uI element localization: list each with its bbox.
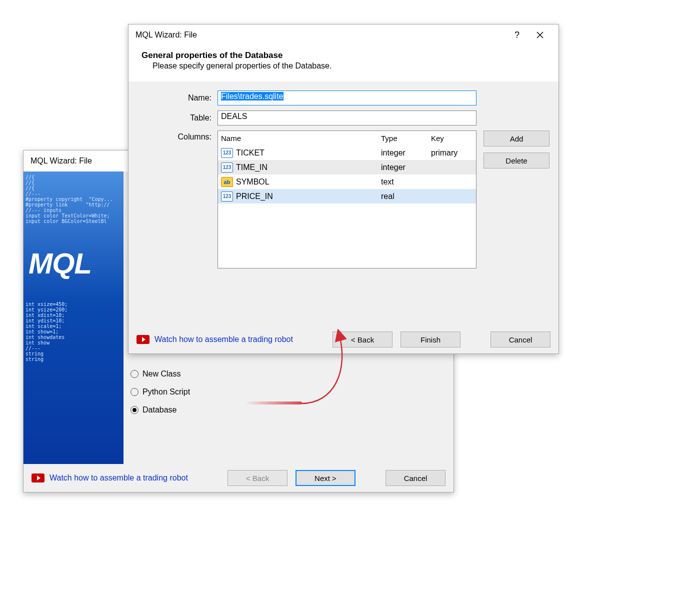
finish-button[interactable]: Finish [400,332,460,348]
radio-new-class[interactable]: New Class [130,365,446,383]
back-button[interactable]: < Back [332,332,392,348]
cell-name: TIME_IN [236,163,268,172]
close-icon [536,32,544,38]
cell-type: real [378,189,428,204]
cell-type: integer [378,146,428,160]
cell-key [428,160,476,174]
columns-grid[interactable]: Name Type Key TICKET integer primary TIM… [218,130,476,268]
name-input[interactable]: Files\trades.sqlite [218,90,476,106]
sidebar-banner: //{//{//{//---#property copyright "Copy.… [24,172,124,464]
add-column-button[interactable]: Add [484,130,550,146]
columns-label: Columns: [138,130,218,142]
table-input[interactable]: DEALS [218,110,476,126]
col-header-key: Key [428,131,476,146]
watch-video-link[interactable]: Watch how to assemble a trading robot [50,474,188,482]
name-label: Name: [138,94,218,102]
window-title: MQL Wizard: File [136,30,506,40]
form-body: Name: Files\trades.sqlite Table: DEALS C… [128,82,558,282]
table-label: Table: [138,114,218,122]
radio-icon [130,388,138,396]
radio-icon-checked [130,406,138,414]
header-title: General properties of the Database [142,50,546,60]
watch-video-link[interactable]: Watch how to assemble a trading robot [154,335,293,344]
wizard-window-db-props: MQL Wizard: File ? General properties of… [128,24,559,354]
mql-logo: MQL [28,246,92,280]
col-header-type: Type [378,131,428,146]
grid-header-row: Name Type Key [218,131,476,146]
back-button: < Back [228,470,288,486]
next-button[interactable]: Next > [296,470,356,486]
radio-database[interactable]: Database [130,401,446,419]
radio-python-script[interactable]: Python Script [130,383,446,401]
col-header-name: Name [218,131,378,146]
wizard-footer: Watch how to assemble a trading robot < … [24,464,454,492]
wizard-footer: Watch how to assemble a trading robot < … [128,326,558,354]
integer-type-icon [221,162,233,172]
cancel-button[interactable]: Cancel [386,470,446,486]
integer-type-icon [221,148,233,158]
radio-label: New Class [142,370,180,378]
cell-key [428,189,476,204]
cell-type: integer [378,160,428,174]
text-type-icon [221,177,233,187]
youtube-icon [32,474,44,482]
cell-key: primary [428,146,476,160]
grid-row[interactable]: TIME_IN integer [218,160,476,174]
radio-label: Database [142,406,177,414]
radio-label: Python Script [142,388,190,396]
integer-type-icon [221,192,233,202]
help-button[interactable]: ? [506,24,528,46]
cell-name: SYMBOL [236,178,270,186]
cell-name: TICKET [236,148,264,158]
grid-row-selected[interactable]: PRICE_IN real [218,189,476,204]
grid-row[interactable]: SYMBOL text [218,174,476,189]
cell-key [428,174,476,189]
close-button[interactable] [528,24,552,46]
cancel-button[interactable]: Cancel [490,332,550,348]
delete-column-button[interactable]: Delete [484,152,550,168]
cell-type: text [378,174,428,189]
cell-name: PRICE_IN [236,192,273,201]
youtube-icon [136,335,150,344]
wizard-header: General properties of the Database Pleas… [128,46,558,82]
grid-row[interactable]: TICKET integer primary [218,146,476,160]
radio-icon [130,370,138,378]
titlebar: MQL Wizard: File ? [128,24,558,46]
header-subtitle: Please specify general properties of the… [142,62,546,70]
